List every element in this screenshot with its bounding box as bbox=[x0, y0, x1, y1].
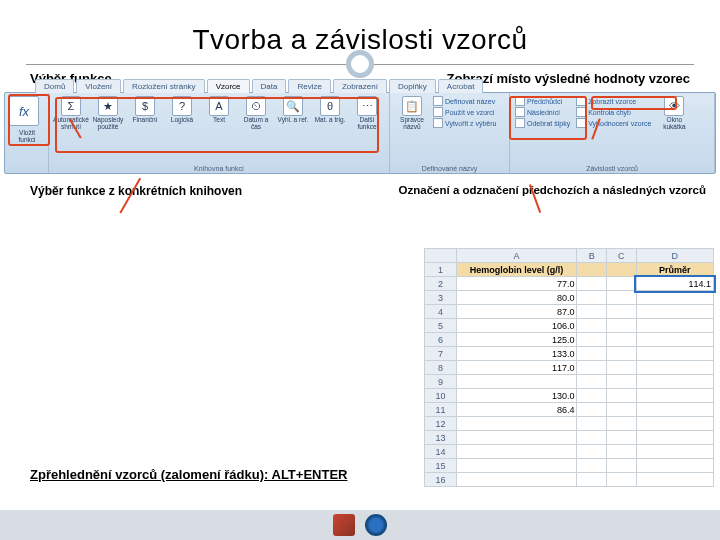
row-header[interactable]: 2 bbox=[425, 277, 457, 291]
library-button[interactable]: θMat. a trig. bbox=[313, 96, 347, 131]
col-header[interactable]: B bbox=[577, 249, 607, 263]
library-button[interactable]: ⋯Další funkce bbox=[350, 96, 384, 131]
cell[interactable]: 114.1 bbox=[636, 277, 713, 291]
ribbon-tab[interactable]: Revize bbox=[288, 79, 330, 93]
cell[interactable] bbox=[607, 361, 637, 375]
cell[interactable] bbox=[636, 459, 713, 473]
cell[interactable] bbox=[577, 263, 607, 277]
cell[interactable] bbox=[577, 305, 607, 319]
col-header[interactable]: C bbox=[607, 249, 637, 263]
row-header[interactable]: 8 bbox=[425, 361, 457, 375]
cell[interactable] bbox=[607, 403, 637, 417]
cell[interactable] bbox=[607, 473, 637, 487]
cell[interactable] bbox=[456, 375, 577, 389]
cell[interactable] bbox=[636, 347, 713, 361]
row-header[interactable]: 16 bbox=[425, 473, 457, 487]
cell[interactable] bbox=[636, 403, 713, 417]
row-header[interactable]: 4 bbox=[425, 305, 457, 319]
cell[interactable] bbox=[636, 445, 713, 459]
cell[interactable] bbox=[607, 375, 637, 389]
cell[interactable] bbox=[607, 389, 637, 403]
cell[interactable] bbox=[577, 333, 607, 347]
cell[interactable] bbox=[577, 319, 607, 333]
cell[interactable] bbox=[607, 333, 637, 347]
ribbon-tab[interactable]: Domů bbox=[35, 79, 74, 93]
ribbon-tab[interactable]: Vložení bbox=[76, 79, 121, 93]
dep-item[interactable]: Předchůdci bbox=[515, 96, 570, 106]
cell[interactable] bbox=[577, 347, 607, 361]
name-manager-button[interactable]: 📋 Správce názvů bbox=[395, 96, 429, 131]
names-item[interactable]: Vytvořit z výběru bbox=[433, 118, 496, 128]
row-header[interactable]: 12 bbox=[425, 417, 457, 431]
cell[interactable] bbox=[636, 305, 713, 319]
cell[interactable]: 77.0 bbox=[456, 277, 577, 291]
cell[interactable] bbox=[607, 431, 637, 445]
row-header[interactable]: 14 bbox=[425, 445, 457, 459]
cell[interactable] bbox=[577, 417, 607, 431]
library-button[interactable]: $Finanční bbox=[128, 96, 162, 131]
row-header[interactable]: 3 bbox=[425, 291, 457, 305]
cell[interactable]: Hemoglobin level (g/l) bbox=[456, 263, 577, 277]
library-button[interactable]: ?Logická bbox=[165, 96, 199, 131]
cell[interactable] bbox=[456, 459, 577, 473]
cell[interactable] bbox=[607, 347, 637, 361]
cell[interactable] bbox=[636, 361, 713, 375]
cell[interactable] bbox=[577, 445, 607, 459]
dep-item[interactable]: Kontrola chyb bbox=[576, 107, 651, 117]
row-header[interactable]: 9 bbox=[425, 375, 457, 389]
row-header[interactable]: 15 bbox=[425, 459, 457, 473]
cell[interactable] bbox=[577, 361, 607, 375]
dep-item[interactable]: Odebrat šipky bbox=[515, 118, 570, 128]
library-button[interactable]: AText bbox=[202, 96, 236, 131]
cell[interactable] bbox=[577, 375, 607, 389]
cell[interactable]: Průměr bbox=[636, 263, 713, 277]
cell[interactable] bbox=[607, 445, 637, 459]
dep-item[interactable]: Vyhodnocení vzorce bbox=[576, 118, 651, 128]
cell[interactable]: 117.0 bbox=[456, 361, 577, 375]
cell[interactable] bbox=[607, 277, 637, 291]
cell[interactable] bbox=[456, 445, 577, 459]
names-item[interactable]: Použít ve vzorci bbox=[433, 107, 496, 117]
cell[interactable] bbox=[456, 431, 577, 445]
cell[interactable] bbox=[636, 319, 713, 333]
row-header[interactable]: 6 bbox=[425, 333, 457, 347]
watch-window-button[interactable]: 👁 Okno kukátka bbox=[657, 96, 691, 131]
col-header[interactable] bbox=[425, 249, 457, 263]
library-button[interactable]: ΣAutomatické shrnutí bbox=[54, 96, 88, 131]
col-header[interactable]: D bbox=[636, 249, 713, 263]
dep-item[interactable]: Zobrazit vzorce bbox=[576, 96, 651, 106]
dep-item[interactable]: Následníci bbox=[515, 107, 570, 117]
names-item[interactable]: Definovat název bbox=[433, 96, 496, 106]
cell[interactable] bbox=[577, 291, 607, 305]
cell[interactable] bbox=[636, 375, 713, 389]
ribbon-tab[interactable]: Data bbox=[252, 79, 287, 93]
cell[interactable] bbox=[577, 473, 607, 487]
cell[interactable]: 106.0 bbox=[456, 319, 577, 333]
cell[interactable] bbox=[577, 459, 607, 473]
cell[interactable] bbox=[607, 305, 637, 319]
cell[interactable] bbox=[607, 417, 637, 431]
ribbon-tab[interactable]: Acrobat bbox=[438, 79, 484, 93]
cell[interactable] bbox=[636, 333, 713, 347]
row-header[interactable]: 13 bbox=[425, 431, 457, 445]
row-header[interactable]: 7 bbox=[425, 347, 457, 361]
cell[interactable] bbox=[607, 459, 637, 473]
cell[interactable]: 87.0 bbox=[456, 305, 577, 319]
cell[interactable] bbox=[636, 431, 713, 445]
cell[interactable] bbox=[577, 403, 607, 417]
row-header[interactable]: 1 bbox=[425, 263, 457, 277]
cell[interactable] bbox=[636, 417, 713, 431]
row-header[interactable]: 11 bbox=[425, 403, 457, 417]
cell[interactable] bbox=[607, 291, 637, 305]
ribbon-tab[interactable]: Rozložení stránky bbox=[123, 79, 205, 93]
library-button[interactable]: 🔍Vyhl. a ref. bbox=[276, 96, 310, 131]
cell[interactable]: 133.0 bbox=[456, 347, 577, 361]
library-button[interactable]: ⏲Datum a čas bbox=[239, 96, 273, 131]
cell[interactable]: 80.0 bbox=[456, 291, 577, 305]
cell[interactable] bbox=[636, 389, 713, 403]
row-header[interactable]: 10 bbox=[425, 389, 457, 403]
cell[interactable] bbox=[636, 291, 713, 305]
cell[interactable] bbox=[577, 277, 607, 291]
cell[interactable] bbox=[607, 319, 637, 333]
ribbon-tab[interactable]: Vzorce bbox=[207, 79, 250, 93]
